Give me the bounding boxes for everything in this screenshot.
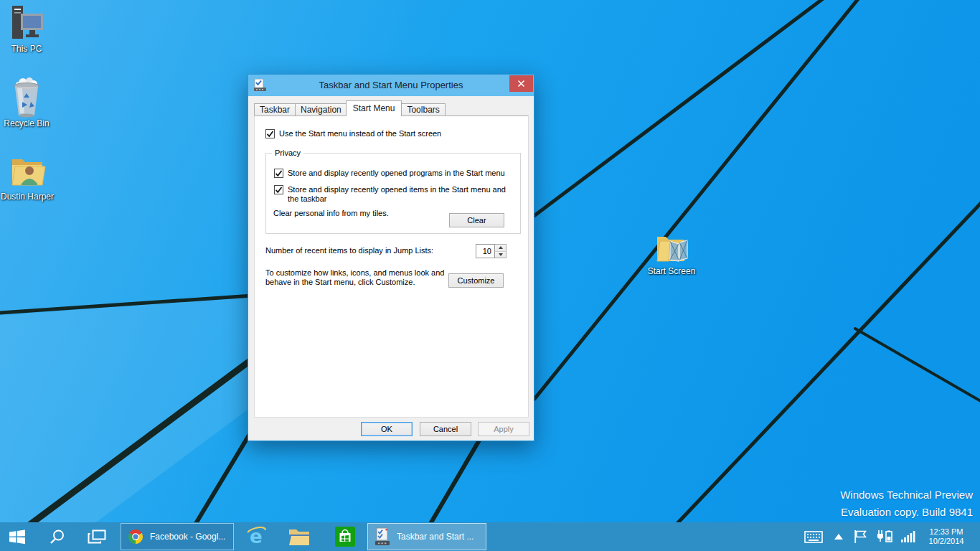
arrow-down-icon [499, 253, 503, 256]
close-icon [517, 80, 525, 88]
recycle-bin-icon [7, 76, 46, 118]
user-folder-icon [8, 151, 47, 191]
clock-time: 12:33 PM [921, 527, 971, 537]
power-plug-battery-icon [877, 530, 892, 543]
task-button-chrome[interactable]: Facebook - Googl... [121, 523, 234, 550]
touch-keyboard-icon [804, 531, 823, 543]
checkbox-checked-icon[interactable] [274, 169, 283, 178]
store-programs-row[interactable]: Store and display recently opened progra… [274, 169, 514, 178]
task-label-taskbar-properties: Taskbar and Start ... [397, 532, 473, 542]
internet-explorer-button[interactable]: e [240, 522, 273, 551]
taskbar: Facebook - Googl... e [0, 522, 980, 551]
network-button[interactable] [898, 522, 918, 551]
store-icon [334, 526, 356, 547]
desktop-icon-label: Dustin Harper [0, 192, 57, 202]
store-items-label: Store and display recently opened items … [288, 185, 511, 204]
taskbar-properties-icon [374, 527, 391, 546]
power-button[interactable] [874, 522, 895, 551]
windows-logo-icon [9, 529, 26, 545]
flag-icon [854, 530, 867, 543]
action-center-button[interactable] [851, 522, 870, 551]
dialog-title: Taskbar and Start Menu Properties [248, 75, 534, 96]
customize-button[interactable]: Customize [448, 273, 504, 288]
task-label-chrome: Facebook - Googl... [150, 532, 225, 542]
file-explorer-button[interactable] [283, 522, 316, 551]
clear-tiles-text: Clear personal info from my tiles. [273, 209, 395, 218]
taskbar-properties-dialog: Taskbar and Start Menu Properties Taskba… [248, 74, 534, 441]
store-programs-label: Store and display recently opened progra… [288, 169, 505, 178]
checkbox-checked-icon[interactable] [265, 129, 275, 138]
store-items-row[interactable]: Store and display recently opened items … [274, 185, 511, 204]
privacy-groupbox: Privacy Store and display recently opene… [265, 153, 521, 234]
desktop-icon-start-screen[interactable]: Start Screen [641, 225, 702, 276]
start-menu-tab-page: Use the Start menu instead of the Start … [254, 116, 529, 418]
start-screen-folder-icon [651, 225, 692, 265]
clock-date: 10/2/2014 [921, 537, 971, 546]
arrow-up-icon [499, 246, 503, 249]
task-view-icon [88, 529, 106, 544]
tab-start-menu[interactable]: Start Menu [346, 100, 402, 116]
spin-up-button[interactable] [495, 245, 506, 251]
spin-down-button[interactable] [495, 251, 506, 258]
chevron-up-icon [834, 534, 843, 540]
clear-button[interactable]: Clear [449, 213, 504, 227]
dialog-titlebar[interactable]: Taskbar and Start Menu Properties [248, 75, 534, 96]
touch-keyboard-button[interactable] [801, 522, 826, 551]
desktop-icon-dustin-harper[interactable]: Dustin Harper [0, 151, 57, 202]
chrome-icon [127, 528, 144, 545]
show-hidden-icons-button[interactable] [831, 522, 847, 551]
desktop-icon-recycle-bin[interactable]: Recycle Bin [0, 76, 57, 128]
use-start-menu-row[interactable]: Use the Start menu instead of the Start … [265, 129, 517, 138]
start-button[interactable] [0, 522, 34, 551]
search-icon [50, 529, 65, 545]
privacy-group-label: Privacy [272, 149, 303, 158]
ok-button[interactable]: OK [361, 422, 413, 436]
internet-explorer-icon: e [245, 526, 267, 547]
desktop-icon-label: This PC [0, 44, 57, 54]
tab-toolbars[interactable]: Toolbars [401, 103, 445, 116]
jump-lists-spinner: 10 [476, 244, 507, 258]
desktop-icon-this-pc[interactable]: This PC [0, 4, 57, 54]
dialog-tabstrip: Taskbar Navigation Start Menu Toolbars [254, 100, 446, 116]
store-button[interactable] [329, 522, 362, 551]
task-view-button[interactable] [79, 522, 115, 551]
spinner-buttons [495, 244, 507, 258]
network-signal-icon [901, 531, 915, 542]
customize-text: To customize how links, icons, and menus… [265, 268, 446, 287]
close-button[interactable] [509, 75, 533, 92]
clock[interactable]: 12:33 PM 10/2/2014 [921, 527, 971, 546]
checkbox-checked-icon[interactable] [274, 185, 283, 194]
tab-navigation[interactable]: Navigation [295, 103, 347, 116]
task-button-taskbar-properties[interactable]: Taskbar and Start ... [367, 523, 486, 550]
watermark-line1: Windows Technical Preview [840, 486, 973, 504]
tab-taskbar[interactable]: Taskbar [254, 103, 295, 116]
desktop-icon-label: Recycle Bin [0, 119, 57, 128]
build-watermark: Windows Technical Preview Evaluation cop… [840, 486, 973, 521]
this-pc-icon [7, 4, 46, 43]
jump-lists-value-input[interactable]: 10 [476, 244, 495, 258]
apply-button[interactable]: Apply [478, 422, 529, 436]
watermark-line2: Evaluation copy. Build 9841 [840, 504, 973, 521]
use-start-menu-label: Use the Start menu instead of the Start … [279, 129, 441, 138]
search-button[interactable] [40, 522, 75, 551]
jump-lists-label: Number of recent items to display in Jum… [265, 246, 473, 255]
desktop-icon-label: Start Screen [641, 267, 702, 276]
file-explorer-icon [288, 527, 310, 546]
desktop: Windows Technical Preview Evaluation cop… [0, 0, 980, 551]
cancel-button[interactable]: Cancel [420, 422, 471, 436]
